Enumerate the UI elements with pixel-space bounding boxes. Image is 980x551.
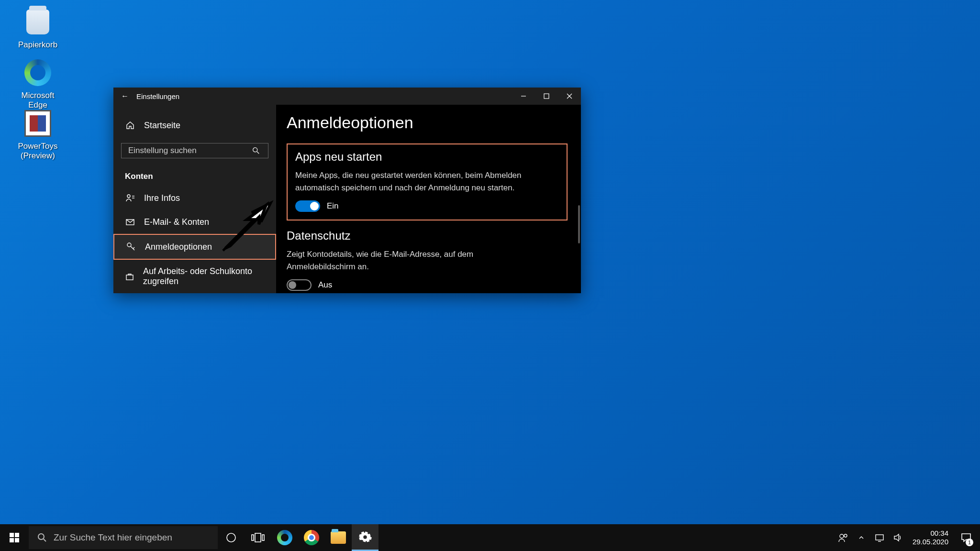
taskbar-app-chrome[interactable] — [298, 524, 325, 551]
svg-rect-17 — [15, 538, 19, 542]
sidebar-section-label: Konten — [113, 164, 276, 186]
sidebar-search[interactable]: Einstellung suchen — [121, 143, 268, 158]
highlight-apps-restart: Apps neu starten Meine Apps, die neu ges… — [287, 143, 568, 220]
recycle-bin-icon — [22, 7, 53, 37]
svg-rect-13 — [126, 275, 133, 280]
edge-icon — [22, 57, 53, 88]
svg-point-25 — [844, 534, 847, 537]
sidebar: Startseite Einstellung suchen Konten Ihr… — [113, 105, 276, 293]
search-icon — [37, 533, 47, 542]
toggle-privacy[interactable] — [287, 279, 312, 291]
person-icon — [125, 193, 135, 203]
powertoys-icon — [22, 108, 53, 139]
svg-rect-1 — [544, 94, 549, 99]
tray-network[interactable] — [871, 524, 888, 551]
taskbar-app-explorer[interactable] — [325, 524, 352, 551]
mail-icon — [125, 217, 135, 227]
desktop-icon-edge[interactable]: Microsoft Edge — [11, 57, 64, 110]
search-placeholder: Einstellung suchen — [128, 146, 197, 155]
sidebar-item-label: Anmeldeoptionen — [145, 242, 212, 252]
section-title: Apps neu starten — [295, 150, 559, 164]
taskbar-app-edge[interactable] — [271, 524, 298, 551]
svg-rect-15 — [15, 533, 19, 537]
svg-rect-21 — [252, 535, 254, 540]
taskbar-app-settings[interactable] — [352, 524, 379, 551]
clock[interactable]: 00:34 29.05.2020 — [908, 529, 953, 546]
scrollbar[interactable] — [578, 205, 580, 243]
sidebar-item-signin-options[interactable]: Anmeldeoptionen — [113, 234, 276, 260]
page-title: Anmeldeoptionen — [287, 113, 568, 132]
svg-point-10 — [127, 243, 131, 247]
system-tray: 00:34 29.05.2020 1 — [835, 524, 980, 551]
desktop-icon-label: PowerToys (Preview) — [7, 142, 69, 161]
key-icon — [126, 242, 136, 252]
tray-volume[interactable] — [890, 524, 906, 551]
folder-icon — [331, 531, 346, 544]
desktop-icon-label: Papierkorb — [11, 40, 64, 50]
sidebar-item-label: Auf Arbeits- oder Schulkonto zugreifen — [143, 266, 265, 287]
briefcase-icon — [125, 271, 134, 282]
edge-icon — [277, 530, 292, 545]
settings-window: ← Einstellungen Startseite Einstellung s… — [113, 88, 581, 293]
chrome-icon — [304, 530, 319, 545]
svg-rect-26 — [876, 535, 883, 540]
desktop-icon-label: Microsoft Edge — [11, 91, 64, 110]
desktop-icon-recycle-bin[interactable]: Papierkorb — [11, 7, 64, 50]
sidebar-item-work-school[interactable]: Auf Arbeits- oder Schulkonto zugreifen — [113, 260, 276, 293]
svg-point-6 — [127, 195, 130, 198]
svg-point-18 — [38, 534, 44, 540]
content-area: Anmeldeoptionen Apps neu starten Meine A… — [276, 105, 581, 293]
action-center-button[interactable]: 1 — [955, 524, 977, 551]
search-icon — [251, 145, 261, 156]
back-button[interactable]: ← — [113, 92, 136, 100]
clock-date: 29.05.2020 — [913, 538, 948, 546]
sidebar-item-your-info[interactable]: Ihre Infos — [113, 186, 276, 210]
notification-badge: 1 — [966, 539, 973, 546]
tray-overflow[interactable] — [853, 524, 869, 551]
gear-icon — [358, 530, 372, 544]
clock-time: 00:34 — [913, 529, 948, 538]
close-button[interactable] — [558, 88, 581, 105]
section-desc: Zeigt Kontodetails, wie die E-Mail-Adres… — [287, 248, 516, 273]
taskbar: Zur Suche Text hier eingeben 00:34 29.05… — [0, 524, 980, 551]
svg-point-24 — [840, 534, 844, 538]
svg-rect-14 — [10, 533, 14, 537]
minimize-button[interactable] — [512, 88, 535, 105]
svg-line-5 — [257, 152, 259, 154]
toggle-state-label: Ein — [327, 201, 339, 211]
maximize-button[interactable] — [535, 88, 558, 105]
cortana-button[interactable] — [218, 524, 245, 551]
svg-line-19 — [44, 539, 46, 541]
windows-icon — [9, 532, 20, 543]
sidebar-home-label: Startseite — [144, 121, 180, 131]
home-icon — [125, 120, 135, 131]
taskbar-search[interactable]: Zur Suche Text hier eingeben — [29, 526, 218, 549]
svg-rect-22 — [255, 533, 261, 542]
toggle-apps-restart[interactable] — [295, 200, 320, 212]
tray-people[interactable] — [835, 524, 851, 551]
sidebar-item-label: Ihre Infos — [144, 193, 180, 203]
desktop-icon-powertoys[interactable]: PowerToys (Preview) — [7, 108, 69, 161]
svg-point-20 — [227, 533, 235, 542]
svg-rect-16 — [10, 538, 14, 542]
section-desc: Meine Apps, die neu gestartet werden kön… — [295, 169, 525, 194]
svg-line-12 — [133, 247, 134, 249]
svg-rect-23 — [262, 535, 264, 540]
sidebar-home[interactable]: Startseite — [113, 113, 276, 137]
section-title: Datenschutz — [287, 229, 568, 242]
titlebar: ← Einstellungen — [113, 88, 581, 105]
start-button[interactable] — [0, 524, 29, 551]
svg-point-4 — [253, 148, 257, 152]
toggle-state-label: Aus — [318, 280, 332, 290]
search-placeholder: Zur Suche Text hier eingeben — [54, 532, 172, 543]
task-view-button[interactable] — [245, 524, 271, 551]
sidebar-item-email[interactable]: E-Mail- & Konten — [113, 210, 276, 234]
sidebar-item-label: E-Mail- & Konten — [144, 217, 209, 227]
window-title: Einstellungen — [136, 92, 179, 100]
